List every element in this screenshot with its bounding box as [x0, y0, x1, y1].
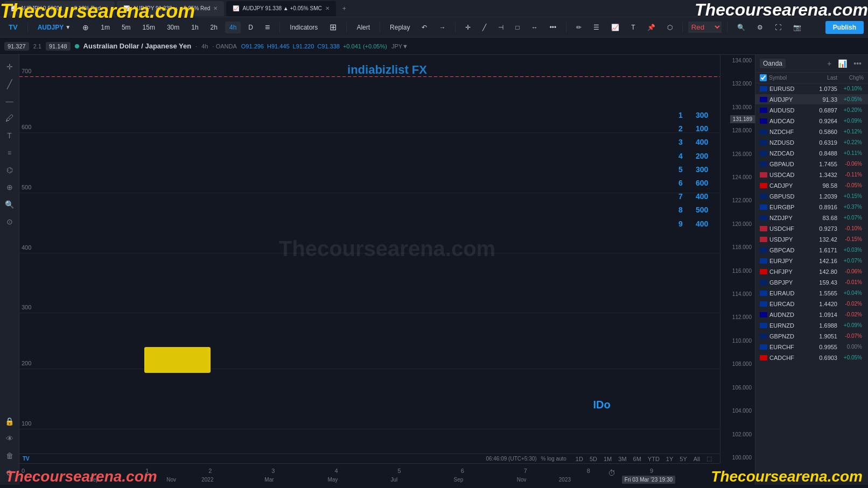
tab-close-2[interactable]: ✕ [213, 5, 218, 11]
tf-1m[interactable]: 1m [96, 22, 114, 33]
tf-2h[interactable]: 2h [206, 22, 222, 33]
publish-button[interactable]: Publish [825, 21, 864, 34]
panel-more-btn[interactable]: ••• [851, 58, 864, 69]
magnet-tool[interactable]: ⊙ [2, 214, 17, 229]
replay-btn[interactable]: Replay [386, 22, 414, 33]
pin-tool[interactable]: 📌 [643, 22, 660, 33]
symbol-row-eurjpy[interactable]: EURJPY 142.16 +0.07% [755, 256, 868, 266]
tf-all-btn[interactable]: All [691, 455, 703, 463]
symbol-row-nzdcad[interactable]: NZDCAD 0.8488 +0.11% [755, 148, 868, 159]
symbol-row-usdjpy[interactable]: USDJPY 132.42 -0.15% [755, 234, 868, 245]
trend-line-tool[interactable]: ╱ [2, 76, 17, 91]
tf-custom-btn[interactable]: ⬚ [704, 454, 715, 463]
symbol-row-eurusd[interactable]: EURUSD 1.0735 +0.10% [755, 83, 868, 94]
rect-tool[interactable]: □ [511, 22, 523, 33]
symbol-row-gbpnzd[interactable]: GBPNZD 1.9051 -0.07% [755, 331, 868, 342]
lock-tool[interactable]: 🔒 [2, 414, 17, 429]
tf-3m-btn[interactable]: 3M [615, 455, 629, 463]
symbol-row-nzdusd[interactable]: NZDUSD 0.6319 +0.22% [755, 137, 868, 148]
cursor-tool[interactable]: ✛ [2, 59, 17, 74]
crosshair-tool[interactable]: ✛ [461, 22, 475, 33]
symbol-row-chfjpy[interactable]: CHFJPY 142.80 -0.06% [755, 266, 868, 277]
templates-btn[interactable]: ⊞ [325, 20, 341, 34]
measure-tool2[interactable]: ⬡ [663, 22, 677, 33]
undo-btn[interactable]: ↶ [417, 22, 431, 33]
symbol-row-cadchf[interactable]: CADCHF 0.6903 +0.05% [755, 352, 868, 363]
chart-settings-btn[interactable]: ⊕ [78, 21, 93, 34]
symbol-row-eurchf[interactable]: EURCHF 0.9955 0.00% [755, 342, 868, 352]
symbol-row-audjpy[interactable]: AUDJPY 91.33 +0.05% [755, 94, 868, 105]
symbol-row-gbpjpy[interactable]: GBPJPY 159.43 -0.01% [755, 277, 868, 288]
tf-1d-btn[interactable]: 1D [573, 455, 586, 463]
tf-1h[interactable]: 1h [187, 22, 202, 33]
symbol-row-euraud[interactable]: EURAUD 1.5565 +0.04% [755, 288, 868, 299]
panel-tab-oanda[interactable]: Oanda [760, 59, 786, 68]
symbol-row-eurcad[interactable]: EURCAD 1.4420 -0.02% [755, 299, 868, 309]
symbol-row-usdcad[interactable]: USDCAD 1.3432 -0.11% [755, 169, 868, 180]
symbol-row-nzdjpy[interactable]: NZDJPY 83.68 +0.07% [755, 213, 868, 223]
tab-close-3[interactable]: ✕ [325, 5, 330, 11]
tf-4h[interactable]: 4h [225, 22, 241, 33]
tf-1y-btn[interactable]: 1Y [663, 455, 676, 463]
chart-container[interactable]: indiabizlist FX Thecoursearena.com 700 6… [19, 55, 755, 485]
text-tool-left[interactable]: T [2, 128, 17, 143]
symbol-row-gbpcad[interactable]: GBPCAD 1.6171 +0.03% [755, 245, 868, 256]
trash-tool[interactable]: 🗑 [2, 448, 17, 463]
symbol-row-usdchf[interactable]: USDCHF 0.9273 -0.10% [755, 223, 868, 234]
flag-EURNZD [760, 323, 767, 328]
horizontal-line-tool[interactable]: — [2, 94, 17, 109]
alert-btn[interactable]: Alert [352, 22, 374, 33]
tf-5y-btn[interactable]: 5Y [677, 455, 689, 463]
redo-btn[interactable]: → [435, 22, 450, 33]
symbol-row-gbpaud[interactable]: GBPAUD 1.7455 -0.06% [755, 159, 868, 169]
tf-5d-btn[interactable]: 5D [587, 455, 600, 463]
fullscreen-btn[interactable]: ⛶ [771, 22, 786, 33]
tf-1m-btn[interactable]: 1M [601, 455, 614, 463]
symbol-row-cadjpy[interactable]: CADJPY 98.58 -0.05% [755, 180, 868, 191]
graph-tool[interactable]: 📈 [607, 22, 624, 33]
hline-tool[interactable]: ⊣ [494, 22, 508, 33]
symbol-selector[interactable]: AUDJPY ▼ [33, 22, 75, 33]
text-tool[interactable]: T [627, 22, 639, 33]
panel-chart-btn[interactable]: 📊 [836, 58, 849, 69]
symbol-row-gbpusd[interactable]: GBPUSD 1.2039 +0.15% [755, 191, 868, 202]
tf-6m-btn[interactable]: 6M [631, 455, 644, 463]
new-tab-button[interactable]: + [338, 3, 351, 15]
snapshot-btn[interactable]: 📷 [789, 22, 806, 33]
logo-btn[interactable]: TV [4, 21, 22, 33]
panel-add-btn[interactable]: + [825, 58, 834, 69]
measure-left-tool[interactable]: ⊕ [2, 180, 17, 195]
fibonacci-tool[interactable]: ≡ [2, 145, 17, 160]
symbol-row-audnzd[interactable]: AUDNZD 1.0914 -0.02% [755, 309, 868, 320]
pencil-tool[interactable]: ✏ [572, 22, 586, 33]
symbol-row-eurgbp[interactable]: EURGBP 0.8916 +0.37% [755, 202, 868, 213]
tf-D[interactable]: D [244, 22, 257, 33]
list-tool[interactable]: ☰ [589, 22, 604, 33]
search-btn[interactable]: 🔍 [733, 22, 750, 33]
sym-name-NZDCHF: NZDCHF [769, 129, 806, 135]
tf-15m[interactable]: 15m [138, 22, 159, 33]
draw-tool[interactable]: 🖊 [2, 111, 17, 126]
zoom-tool[interactable]: 🔍 [2, 197, 17, 212]
y-label-500: 500 [22, 184, 31, 190]
color-selector[interactable]: Red Green Blue [688, 22, 722, 33]
measure-tool[interactable]: ↔ [527, 22, 542, 33]
settings-btn[interactable]: ⚙ [753, 22, 767, 33]
pattern-tool[interactable]: ⌬ [2, 162, 17, 178]
tf-5m[interactable]: 5m [117, 22, 135, 33]
tf-more[interactable]: ≡ [261, 20, 274, 34]
clock-icon[interactable]: ⏱ [608, 469, 615, 477]
symbol-row-nzdchf[interactable]: NZDCHF 0.5860 +0.12% [755, 126, 868, 137]
flag-GBPCAD [760, 247, 767, 253]
line-tool[interactable]: ╱ [478, 22, 491, 33]
tf-ytd-btn[interactable]: YTD [645, 455, 662, 463]
symbol-row-eurnzd[interactable]: EURNZD 1.6988 +0.09% [755, 320, 868, 331]
eye-tool[interactable]: 👁 [2, 431, 17, 446]
indicators-btn[interactable]: Indicators [285, 22, 322, 33]
more-tools[interactable]: ••• [545, 22, 561, 33]
symbol-row-audusd[interactable]: AUDUSD 0.6897 +0.20% [755, 105, 868, 116]
tf-30m[interactable]: 30m [163, 22, 184, 33]
symbol-checkbox[interactable] [760, 74, 767, 81]
browser-tab-3[interactable]: 📈 AUDJPY 91.338 ▲ +0.05% SMC ✕ [226, 1, 335, 16]
symbol-row-audcad[interactable]: AUDCAD 0.9264 +0.09% [755, 116, 868, 126]
